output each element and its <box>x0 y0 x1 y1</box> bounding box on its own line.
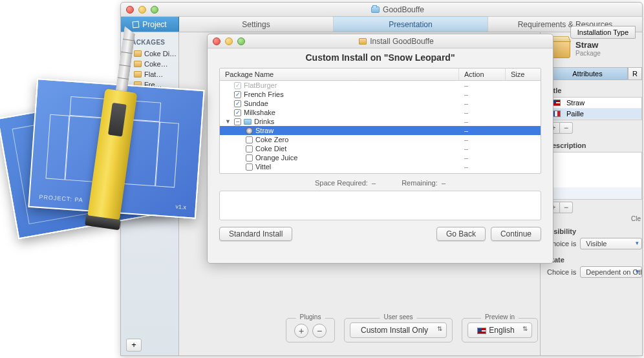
checkbox[interactable] <box>246 154 253 162</box>
disclosure-icon[interactable]: ▼ <box>225 118 231 125</box>
tab-project[interactable]: Project <box>121 17 179 32</box>
zoom-icon[interactable] <box>151 6 158 14</box>
sidebar-item[interactable]: Coke Di… <box>121 48 178 59</box>
inspector-panel: Straw Package Attributes R Title Straw P… <box>540 32 642 355</box>
action-cell: – <box>459 118 506 125</box>
table-row[interactable]: Orange Juice– <box>220 153 541 162</box>
close-icon[interactable] <box>213 37 220 45</box>
window-title: GoodBouffe <box>158 5 637 14</box>
installer-description-box <box>219 191 541 220</box>
main-tabbar: Project Settings Presentation Requiremen… <box>121 17 642 32</box>
installer-titlebar[interactable]: Install GoodBouffe <box>208 34 553 48</box>
remove-plugin-button[interactable]: − <box>312 324 327 338</box>
action-cell: – <box>459 109 506 116</box>
plugins-label: Plugins <box>296 313 325 321</box>
column-action[interactable]: Action <box>459 68 506 80</box>
package-icon <box>134 81 142 88</box>
state-section-label: State <box>547 256 642 264</box>
package-name: Coke Diet <box>255 145 286 153</box>
state-popup[interactable]: Dependent on Oth <box>580 266 642 278</box>
package-name: Straw <box>255 127 274 134</box>
description-section-label: Description <box>547 142 642 149</box>
installation-type-segment: Installation Type <box>570 26 636 39</box>
action-cell: – <box>459 136 506 143</box>
package-name: Vittel <box>255 163 271 171</box>
package-table-header: Package Name Action Size <box>220 68 541 81</box>
sidebar-item[interactable]: Flat… <box>121 69 178 79</box>
package-name: Orange Juice <box>255 154 297 162</box>
visibility-popup[interactable]: Visible <box>580 238 642 249</box>
table-row[interactable]: Straw– <box>220 126 541 135</box>
tab-presentation[interactable]: Presentation <box>334 16 488 32</box>
description-box[interactable] <box>547 152 642 200</box>
clear-button[interactable]: Cle <box>547 215 642 222</box>
visibility-section-label: Visibility <box>547 227 642 235</box>
package-name: FlatBurger <box>244 81 277 89</box>
package-icon <box>134 61 142 67</box>
locale-row[interactable]: Straw <box>548 98 641 109</box>
continue-button[interactable]: Continue <box>491 227 541 241</box>
standard-install-button[interactable]: Standard Install <box>219 227 292 241</box>
action-cell: – <box>459 90 506 98</box>
go-back-button[interactable]: Go Back <box>436 227 486 241</box>
tab-attributes[interactable]: Attributes <box>547 67 628 80</box>
sidebar-item[interactable]: Fre… <box>121 79 178 90</box>
main-titlebar[interactable]: GoodBouffe <box>121 3 642 17</box>
table-row[interactable]: ▼Drinks– <box>220 117 541 126</box>
action-cell: – <box>459 100 506 107</box>
checkbox[interactable] <box>234 118 241 125</box>
desc-add-remove: + − <box>547 202 642 213</box>
minimize-icon[interactable] <box>225 37 233 45</box>
table-row[interactable]: French Fries– <box>220 90 541 99</box>
remove-desc-button[interactable]: − <box>560 202 573 213</box>
package-name: Milkshake <box>244 109 275 116</box>
minimize-icon[interactable] <box>138 6 146 14</box>
preview-label: Preview in <box>481 313 519 321</box>
tab-settings[interactable]: Settings <box>179 17 334 32</box>
traffic-lights <box>213 37 245 45</box>
remove-locale-button[interactable]: − <box>560 122 573 134</box>
package-icon <box>134 71 142 78</box>
inspector-title: Straw <box>575 40 601 50</box>
action-cell: – <box>459 145 506 153</box>
checkbox[interactable] <box>246 136 253 143</box>
locale-add-remove: + − <box>547 122 642 134</box>
tab-r[interactable]: R <box>628 67 642 80</box>
flag-us-icon <box>477 328 486 334</box>
table-row[interactable]: Vittel– <box>220 162 541 171</box>
space-info: Space Required: – Remaining: – <box>219 179 541 187</box>
package-icon <box>134 50 142 57</box>
checkbox <box>234 82 241 89</box>
close-icon[interactable] <box>126 6 134 14</box>
installation-type-button[interactable]: Installation Type <box>570 26 636 39</box>
checkbox[interactable] <box>234 100 241 107</box>
table-row[interactable]: FlatBurger– <box>220 81 541 90</box>
sidebar-item[interactable]: Coke… <box>121 59 178 69</box>
column-size[interactable]: Size <box>506 68 541 80</box>
folder-icon <box>371 6 380 13</box>
tab-project-label: Project <box>142 17 166 32</box>
table-row[interactable]: Sundae– <box>220 99 541 108</box>
add-package-button[interactable]: + <box>126 339 142 352</box>
title-section-label: Title <box>547 87 642 94</box>
checkbox[interactable] <box>246 163 253 171</box>
package-name: Coke Zero <box>255 136 288 143</box>
usersees-popup[interactable]: Custom Install Only <box>350 322 447 338</box>
column-name[interactable]: Package Name <box>220 68 459 80</box>
table-row[interactable]: Milkshake– <box>220 108 541 117</box>
table-row[interactable]: Coke Zero– <box>220 135 541 144</box>
checkbox[interactable] <box>234 91 241 98</box>
preview-popup[interactable]: English <box>467 322 532 338</box>
installer-window: Install GoodBouffe Custom Install on "Sn… <box>207 34 553 264</box>
package-name: Sundae <box>244 100 268 107</box>
add-plugin-button[interactable]: + <box>294 324 308 338</box>
table-row[interactable]: Coke Diet– <box>220 144 541 153</box>
locale-row[interactable]: Paille <box>548 109 641 120</box>
package-name: French Fries <box>244 90 284 98</box>
usersees-label: User sees <box>380 313 416 321</box>
checkbox[interactable] <box>246 145 253 153</box>
zoom-icon[interactable] <box>237 37 245 45</box>
checkbox[interactable] <box>234 109 241 116</box>
state-field: Choice is Dependent on Oth <box>547 266 642 278</box>
package-name: Drinks <box>254 118 274 125</box>
